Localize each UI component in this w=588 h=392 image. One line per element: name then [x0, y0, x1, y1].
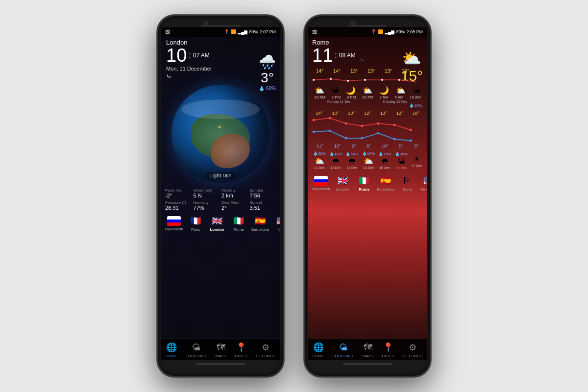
htime-3: 6 PM: [347, 95, 356, 99]
day-labels: Monday 11 Dec. Tuesday 12 Dec.: [311, 100, 424, 103]
city2-newyork[interactable]: 🇺🇸 New York: [419, 175, 427, 192]
low-6: 5°: [399, 144, 404, 148]
battery-2: 89%: [396, 29, 405, 34]
svg-point-14: [329, 130, 331, 132]
high-3: 13°: [348, 111, 355, 116]
detail-feelslike: Feels like -2°: [165, 188, 192, 198]
city2-syria[interactable]: 🏳 Syria: [397, 175, 417, 192]
detail-sunrise: Sunrise 7:56: [250, 188, 276, 198]
high-5: 13°: [380, 111, 387, 116]
detail-pressure: Pressure (°) 28.91: [165, 200, 192, 211]
status-bar-2: 🖼 📍 📶 ▂▄▆ 89% 2:08 PM: [308, 27, 427, 37]
daily-row-icons: 💧50% ⛅ 11 Dec 💧40% 🌧 12 Dec 💧55% 🌧 13 De…: [311, 151, 424, 170]
svg-point-17: [377, 132, 380, 135]
phone1-camera: [204, 21, 208, 25]
city2-ulyanovsk[interactable]: Ulyanovsk: [311, 176, 331, 191]
city-barcelona[interactable]: 🇪🇸 Barcelona: [250, 216, 270, 232]
flag-russia-1: [167, 216, 181, 226]
nav2-home[interactable]: 🌐 HOME: [313, 342, 324, 358]
city-ulyanovsk[interactable]: Ulyanovsk: [164, 216, 184, 231]
city2-rome[interactable]: 🇮🇹 Rome: [354, 175, 374, 192]
htime-6: 6 AM: [394, 95, 403, 99]
bottom-nav-2: 🌐 HOME 🌤 FORECAST 🗺 MAPS 📍 CITIES ⚙: [308, 339, 427, 360]
status-left-1: 🖼: [165, 29, 170, 34]
hi-7: 🌤: [413, 86, 420, 95]
time-colon: :: [189, 51, 191, 60]
svg-point-10: [377, 122, 380, 125]
time-2: 2:08 PM: [406, 29, 423, 34]
time-ampm-1: 07 AM: [193, 52, 210, 59]
nav2-cities[interactable]: 📍 CITIES: [382, 342, 394, 358]
maps-label-2: MAPS: [363, 354, 374, 358]
high-4: 12°: [364, 111, 371, 116]
svg-point-1: [330, 78, 332, 80]
maps-label-1: MAPS: [216, 354, 227, 358]
svg-point-15: [345, 137, 347, 140]
svg-point-7: [329, 117, 331, 120]
maps-icon-1: 🗺: [217, 343, 225, 353]
low-1: 11°: [317, 144, 323, 148]
nav2-maps[interactable]: 🗺 MAPS: [363, 343, 374, 358]
city2-london[interactable]: 🇬🇧 London: [333, 175, 352, 192]
status-bar-1: 🖼 📍 📶 ▂▄▆ 89% 2:07 PM: [161, 27, 280, 37]
nav2-forecast[interactable]: 🌤 FORECAST: [333, 343, 354, 358]
earth-label-1: Light rain: [205, 172, 235, 179]
flag2-spain: 🇪🇸: [378, 175, 393, 186]
detail-humidity: Humidity 77%: [194, 200, 220, 211]
multi-day-section: 14° 16° 13° 12° 13° 12° 10°: [308, 110, 427, 149]
hi-4: ⛅: [363, 86, 372, 95]
city-nyc[interactable]: 🇺🇸 NYC: [272, 216, 280, 232]
svg-point-12: [410, 129, 412, 131]
forecast-icon-2: 🌤: [339, 343, 348, 353]
time-ampm-2: 08 AM: [339, 52, 356, 59]
hi-2: 🌤: [331, 86, 339, 95]
settings-label-2: SETTINGS: [403, 354, 422, 358]
nav-settings-1[interactable]: ⚙ SETTINGS: [256, 342, 275, 358]
city-light-london: [219, 126, 220, 128]
city-rome[interactable]: 🇮🇹 Rome: [229, 216, 248, 232]
nav-cities-1[interactable]: 📍 CITIES: [235, 342, 247, 358]
day-label-mon: Monday 11 Dec.: [327, 100, 352, 103]
ht-3: 13°: [350, 69, 358, 74]
photo-icon: 🖼: [165, 29, 170, 34]
temp-large-1: 3°: [261, 70, 274, 86]
phone2-camera: [351, 21, 355, 25]
svg-point-13: [313, 131, 315, 133]
weather-details-1: Feels like -2° Wind (m/s) 5 N Visibility…: [161, 185, 280, 214]
city2-barcelona[interactable]: 🇪🇸 Barcelona: [376, 175, 395, 192]
phone2-content: 🖼 📍 📶 ▂▄▆ 89% 2:08 PM Rome 11 : 08 AM ⤷: [308, 27, 427, 360]
svg-point-8: [345, 122, 347, 125]
nav-forecast-1[interactable]: 🌤 FORECAST: [186, 343, 207, 358]
weather-icon-2: ⛅: [402, 49, 421, 68]
hi-1: ⛅: [315, 86, 324, 95]
nav-maps-1[interactable]: 🗺 MAPS: [216, 343, 227, 358]
hourly-temps-top: 14° 14° 13° 13° 13° 13°: [311, 69, 424, 74]
svg-point-9: [361, 125, 364, 127]
nav-home-1[interactable]: 🌐 HOME: [166, 342, 177, 358]
forecast-icon-1: 🌤: [192, 343, 201, 353]
flag-france-1: 🇫🇷: [188, 216, 203, 226]
city-london[interactable]: 🇬🇧 London: [207, 216, 227, 232]
nav2-settings[interactable]: ⚙ SETTINGS: [403, 342, 422, 358]
settings-icon-2: ⚙: [409, 342, 416, 353]
phone2: 🖼 📍 📶 ▂▄▆ 89% 2:08 PM Rome 11 : 08 AM ⤷: [304, 15, 431, 377]
ht-6: 13°: [402, 69, 409, 74]
hourly-graph-svg: [311, 75, 424, 85]
time-big-1: 10: [166, 46, 187, 65]
location-icon: 📍: [224, 29, 229, 34]
earth-globe: Light rain: [172, 85, 270, 183]
flag2-uk: 🇬🇧: [335, 175, 350, 186]
cities-icon-2: 📍: [383, 342, 393, 353]
daily-14dec: 💧10% ⛅ 14 Dec: [362, 151, 375, 170]
share-icon-2[interactable]: ⤷: [360, 56, 365, 63]
daily-15dec: 💧75% 🌧 15 Dec: [378, 152, 391, 170]
low-3: 6°: [351, 144, 356, 148]
status-right-1: 📍 📶 ▂▄▆ 89% 2:07 PM: [224, 29, 276, 34]
hourly-times-top: 10 AM 2 PM 6 PM 10 PM 2 AM 6 AM 10 AM: [311, 95, 424, 99]
svg-point-11: [393, 124, 396, 126]
hourly-graph-top: [311, 75, 424, 85]
high-1: 14°: [316, 111, 323, 116]
city-paris[interactable]: 🇫🇷 Paris: [186, 216, 205, 232]
home-label-2: HOME: [313, 354, 324, 358]
low-2: 12°: [334, 144, 341, 148]
